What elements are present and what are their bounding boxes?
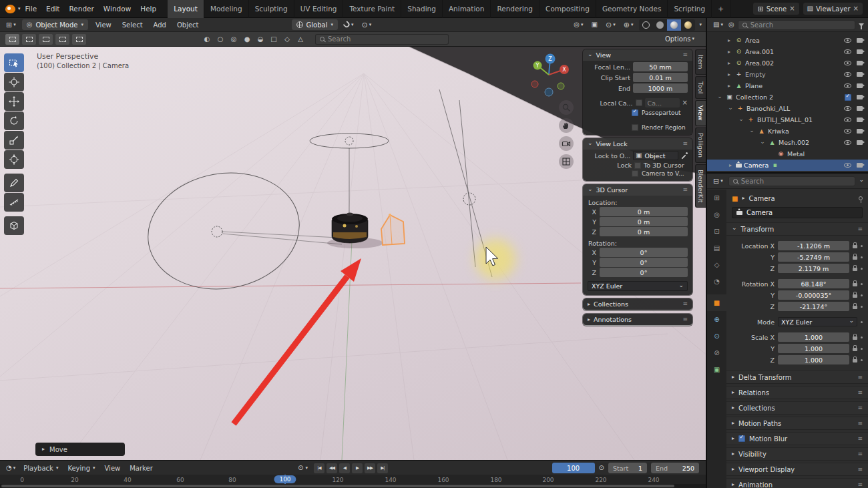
render-toggle-icon[interactable]	[857, 163, 863, 168]
expand-icon[interactable]	[726, 72, 732, 77]
tab-object-properties[interactable]	[707, 294, 726, 311]
menu-view[interactable]: View	[101, 463, 124, 473]
hide-toggle-icon[interactable]	[844, 72, 851, 77]
axis-neg-y-ball[interactable]	[558, 83, 564, 89]
cursor-location-z-field[interactable]: 0 m	[600, 227, 688, 236]
visibility-dropdown[interactable]	[572, 19, 585, 30]
pan-hand-button[interactable]	[559, 118, 574, 133]
annotate-tool[interactable]	[4, 174, 24, 192]
select-box-tool[interactable]	[4, 53, 24, 72]
expand-icon[interactable]	[726, 38, 732, 43]
collections-panel-header[interactable]: Collections	[583, 298, 692, 310]
empty-marker-icon[interactable]	[212, 226, 222, 237]
expand-icon[interactable]	[727, 163, 734, 168]
scale-x-field[interactable]: 1.000	[778, 332, 849, 342]
animate-dot-icon[interactable]	[861, 294, 863, 296]
section-delta-transform[interactable]: Delta Transform	[726, 371, 868, 384]
workspace-tab-geometry-nodes[interactable]: Geometry Nodes	[596, 0, 668, 18]
workspace-tab-texture-paint[interactable]: Texture Paint	[343, 0, 401, 18]
outliner-row-banochki-all[interactable]: Banochki_ALL	[707, 103, 868, 114]
drag-grip-icon[interactable]	[857, 467, 863, 473]
outliner-row-camera[interactable]: Camera	[707, 160, 868, 171]
menu-help[interactable]: Help	[136, 3, 161, 15]
drag-grip-icon[interactable]	[682, 141, 688, 147]
select-mode-set-button[interactable]	[5, 34, 19, 45]
drag-grip-icon[interactable]	[857, 482, 863, 488]
tab-scene-properties[interactable]	[707, 256, 726, 273]
3d-cursor-panel-header[interactable]: 3D Cursor	[583, 184, 692, 196]
add-workspace-button[interactable]: +	[712, 0, 730, 18]
menu-file[interactable]: File	[21, 3, 42, 15]
transform-tool[interactable]	[4, 150, 24, 169]
breadcrumb-object-label[interactable]: Camera	[748, 195, 775, 202]
tab-object-data-properties[interactable]	[707, 361, 726, 378]
render-toggle-icon[interactable]	[857, 61, 863, 65]
animate-dot-icon[interactable]	[861, 283, 863, 285]
workspace-tab-modeling[interactable]: Modeling	[204, 0, 249, 18]
move-tool[interactable]	[4, 92, 24, 111]
to-3d-cursor-checkbox[interactable]	[634, 162, 641, 169]
horizontal-scrollbar[interactable]	[0, 484, 706, 488]
shading-material-button[interactable]	[667, 19, 681, 31]
hide-toggle-icon[interactable]	[844, 49, 851, 54]
lock-icon[interactable]	[853, 306, 857, 309]
workspace-tab-compositing[interactable]: Compositing	[539, 0, 596, 18]
tool-option-icon[interactable]: ◒	[255, 35, 266, 43]
drag-grip-icon[interactable]	[857, 421, 863, 427]
workspace-tab-uv-editing[interactable]: UV Editing	[294, 0, 344, 18]
render-toggle-icon[interactable]	[857, 95, 863, 99]
scale-tool[interactable]	[4, 131, 24, 150]
lock-icon[interactable]	[853, 245, 857, 248]
camera-to-view-checkbox[interactable]	[632, 170, 638, 177]
section-motion-blur[interactable]: Motion Blur	[726, 432, 868, 445]
cursor-tool[interactable]	[4, 73, 24, 91]
hide-toggle-icon[interactable]	[844, 83, 851, 88]
properties-search-input[interactable]	[741, 178, 851, 185]
viewlayer-selector[interactable]: ViewLayer	[803, 3, 863, 15]
overlays-dropdown[interactable]	[604, 19, 618, 30]
tab-view-layer-properties[interactable]	[707, 240, 726, 256]
tool-option-icon[interactable]: □	[268, 35, 279, 43]
workspace-tab-animation[interactable]: Animation	[443, 0, 491, 18]
sidebar-tab-view[interactable]: View	[695, 100, 706, 126]
location-x-field[interactable]: -1.1206 m	[778, 241, 849, 250]
animate-dot-icon[interactable]	[861, 359, 863, 361]
outliner-row-area-002[interactable]: Area.002	[707, 57, 868, 69]
hide-toggle-icon[interactable]	[844, 140, 851, 145]
top-area-light[interactable]	[310, 134, 389, 148]
axis-neg-x-ball[interactable]	[531, 81, 538, 87]
lock-to-object-field[interactable]: Object	[633, 151, 678, 160]
timeline-editor-button[interactable]	[4, 463, 17, 473]
object-name-field[interactable]: Camera	[732, 207, 863, 218]
app-menu-chevron-icon[interactable]	[18, 7, 21, 11]
menu-add[interactable]: Add	[150, 20, 170, 30]
cursor-location-x-field[interactable]: 0 m	[600, 207, 688, 216]
shading-solid-button[interactable]	[653, 19, 667, 31]
add-cube-tool[interactable]	[4, 216, 24, 235]
tab-render-properties[interactable]	[707, 206, 726, 223]
properties-editor-button[interactable]	[711, 176, 725, 186]
drag-grip-icon[interactable]	[682, 52, 688, 58]
rotation-z-field[interactable]: -21.174°	[778, 302, 849, 311]
tool-option-icon[interactable]: ●	[242, 35, 252, 43]
collapse-icon[interactable]	[716, 95, 723, 99]
render-region-checkbox[interactable]	[632, 124, 638, 131]
lock-icon[interactable]	[853, 256, 857, 260]
section-viewport-display[interactable]: Viewport Display	[726, 463, 868, 476]
drag-grip-icon[interactable]	[682, 301, 688, 307]
scale-y-field[interactable]: 1.000	[778, 344, 849, 353]
next-keyframe-button[interactable]: ▶▶	[365, 463, 375, 473]
outliner-row-empty[interactable]: Empty	[707, 69, 868, 80]
rotation-y-field[interactable]: -0.000035°	[778, 290, 849, 300]
tab-world-properties[interactable]	[707, 273, 726, 290]
drag-grip-icon[interactable]	[857, 226, 863, 232]
jar-object[interactable]	[327, 213, 383, 249]
tool-option-icon[interactable]: ○	[215, 35, 226, 43]
cursor-rotation-mode-dropdown[interactable]: XYZ Euler	[588, 281, 688, 291]
collapse-icon[interactable]	[748, 130, 755, 134]
expand-icon[interactable]	[726, 61, 732, 66]
auto-keyframe-icon[interactable]	[298, 465, 303, 471]
snap-toggle[interactable]	[342, 19, 356, 30]
hide-toggle-icon[interactable]	[844, 61, 851, 65]
drag-grip-icon[interactable]	[857, 405, 863, 411]
